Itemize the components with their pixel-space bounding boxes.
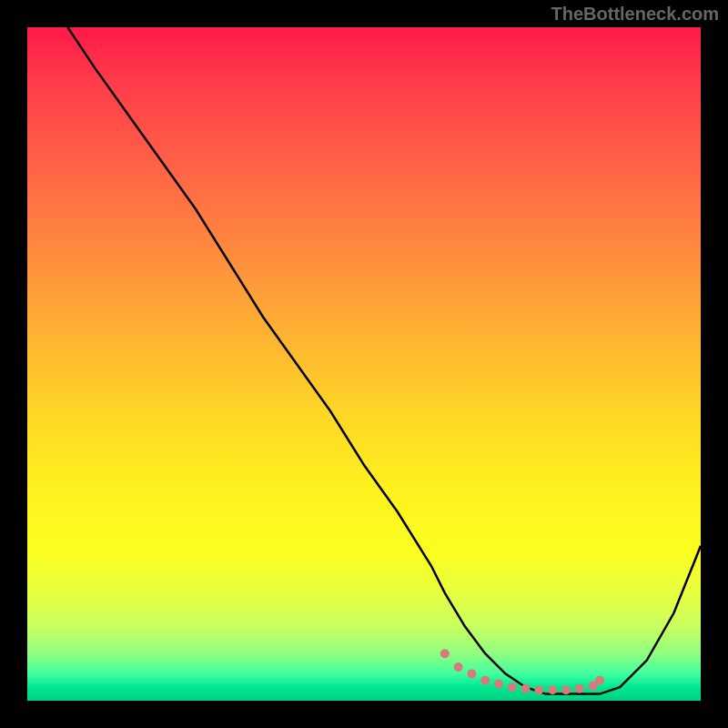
chart-gradient-background (27, 27, 701, 701)
watermark-text: TheBottleneck.com (551, 4, 719, 25)
